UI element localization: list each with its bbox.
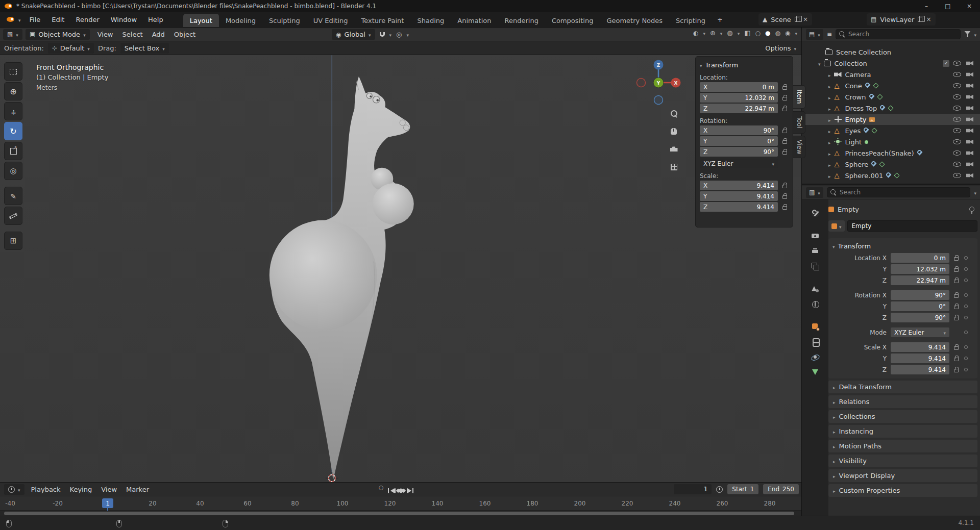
topbar-menu[interactable]: Render (70, 12, 105, 27)
scene-selector[interactable]: ▲ Scene × (758, 13, 812, 26)
transform-orientation-selector[interactable]: ◉Global (332, 29, 375, 40)
decorator-dot[interactable] (964, 345, 968, 349)
filter-options-chevron[interactable] (974, 31, 976, 38)
workspace-tab[interactable]: Scripting (669, 14, 712, 27)
outliner-object-row[interactable]: Crown (802, 91, 980, 103)
tool-button[interactable] (4, 62, 22, 81)
scene-name[interactable]: Scene (771, 16, 791, 23)
collapsed-panel-header[interactable]: Viewport Display (828, 469, 977, 482)
property-value-field[interactable]: 9.414 (891, 365, 949, 374)
collapsed-panel-header[interactable]: Instancing (828, 425, 977, 438)
auto-keying-icon[interactable]: ○ (379, 484, 384, 491)
rotation-field[interactable]: Z90° (700, 147, 778, 157)
scene-collection-row[interactable]: Scene Collection (802, 46, 980, 58)
outliner-object-row[interactable]: Sphere (802, 159, 980, 170)
viewlayer-name[interactable]: ViewLayer (880, 16, 914, 23)
tool-button[interactable] (4, 142, 22, 160)
render-visibility-icon[interactable] (966, 95, 973, 99)
editor-type-selector[interactable]: ▧ (3, 29, 22, 40)
maximize-button[interactable]: □ (937, 0, 959, 12)
hide-eye-icon[interactable] (953, 139, 961, 144)
lock-button[interactable] (952, 292, 960, 298)
hide-eye-icon[interactable] (953, 173, 961, 178)
decorator-dot[interactable] (964, 279, 968, 282)
render-visibility-icon[interactable] (966, 117, 973, 122)
render-visibility-icon[interactable] (966, 72, 973, 77)
decorator-dot[interactable] (964, 293, 968, 297)
workspace-tab[interactable]: Sculpting (262, 14, 307, 27)
render-visibility-icon[interactable] (966, 106, 973, 111)
lock-button[interactable] (780, 138, 789, 144)
properties-tab[interactable] (802, 349, 828, 365)
property-value-field[interactable]: 12.032 m (891, 264, 949, 274)
decorator-dot[interactable] (964, 316, 968, 319)
tool-button[interactable] (4, 207, 22, 225)
object-name-input[interactable] (847, 220, 977, 232)
timeline-menu[interactable]: Playback (27, 483, 65, 496)
properties-tab[interactable] (802, 281, 828, 296)
timeline-menu[interactable]: View (96, 483, 121, 496)
lock-button[interactable] (952, 315, 960, 320)
outliner-object-row[interactable]: Empty (802, 114, 980, 125)
property-value-field[interactable]: 0° (891, 301, 949, 311)
hide-eye-icon[interactable] (953, 117, 961, 122)
properties-tab[interactable] (802, 365, 828, 380)
expand-chevron-icon[interactable] (828, 71, 831, 79)
properties-editor-selector[interactable]: ▥ (806, 187, 823, 198)
transform-panel-header[interactable]: Transform (832, 240, 973, 251)
collapse-chevron-icon[interactable] (818, 60, 821, 67)
close-button[interactable]: × (959, 0, 980, 12)
outliner-object-row[interactable]: Light (802, 136, 980, 147)
collapsed-panel-header[interactable]: Relations (828, 395, 977, 408)
viewport-menu[interactable]: View (93, 28, 118, 41)
end-frame-field[interactable]: End250 (763, 484, 799, 494)
lock-button[interactable] (952, 367, 960, 372)
collection-row[interactable]: Collection ✓ (802, 58, 980, 69)
current-frame-field[interactable] (674, 484, 712, 494)
expand-chevron-icon[interactable] (828, 93, 831, 101)
tool-button[interactable] (4, 122, 22, 140)
collapsed-panel-header[interactable]: Custom Properties (828, 484, 977, 497)
outliner-object-row[interactable]: PrincesPeach(Snake) (802, 147, 980, 159)
show-gizmo-icon[interactable]: ⊕ (710, 29, 716, 37)
property-value-field[interactable]: 22.947 m (891, 275, 949, 285)
navigation-gizmo[interactable]: Z X Y (633, 57, 684, 108)
viewport-3d[interactable]: Front Orthographic (1) Collection | Empt… (0, 55, 801, 482)
scale-field[interactable]: Y9.414 (700, 191, 778, 201)
properties-tab[interactable] (802, 228, 828, 243)
hide-eye-icon[interactable] (953, 106, 961, 111)
id-type-dropdown[interactable] (828, 220, 845, 232)
proportional-editing-icon[interactable]: ◎ (396, 31, 402, 38)
sidebar-tab-tool[interactable]: Tool (793, 111, 805, 134)
snap-options-chevron[interactable] (389, 31, 392, 38)
topbar-menu[interactable]: Help (142, 12, 169, 27)
outliner-object-row[interactable]: Camera (802, 69, 980, 80)
lock-button[interactable] (952, 277, 960, 283)
lock-button[interactable] (952, 266, 960, 272)
ortho-toggle-button[interactable] (667, 160, 681, 174)
tool-button[interactable] (4, 82, 22, 100)
expand-chevron-icon[interactable] (828, 82, 831, 90)
decorator-dot[interactable] (964, 256, 968, 260)
horizontal-scrollbar[interactable] (4, 512, 794, 515)
tool-button[interactable] (4, 232, 22, 250)
outliner-editor-selector[interactable]: ▤ (806, 29, 823, 40)
outliner-object-row[interactable]: Sphere.001 (802, 170, 980, 181)
expand-chevron-icon[interactable] (828, 172, 831, 180)
outliner-object-row[interactable]: Cone (802, 80, 980, 91)
collapsed-panel-header[interactable]: Delta Transform (828, 381, 977, 393)
property-value-field[interactable]: 9.414 (891, 342, 949, 352)
hide-eye-icon[interactable] (953, 150, 961, 156)
display-mode-icon[interactable]: ≡ (827, 31, 832, 38)
timeline-ruler[interactable]: -40-202040608010012014016018020022024026… (0, 496, 801, 511)
snap-magnet-icon[interactable] (380, 32, 385, 37)
shading-wireframe-icon[interactable]: ○ (755, 30, 761, 37)
shading-solid-icon[interactable]: ● (765, 30, 770, 37)
timeline-menu[interactable]: Keying (65, 483, 97, 496)
transform-panel-header[interactable]: Transform (700, 60, 789, 70)
workspace-tab[interactable]: UV Editing (307, 14, 355, 27)
options-dropdown[interactable]: Options (765, 44, 796, 52)
orientation-dropdown[interactable]: ⊹Default (48, 43, 94, 54)
lock-button[interactable] (780, 193, 789, 199)
location-field[interactable]: X0 m (700, 82, 778, 92)
